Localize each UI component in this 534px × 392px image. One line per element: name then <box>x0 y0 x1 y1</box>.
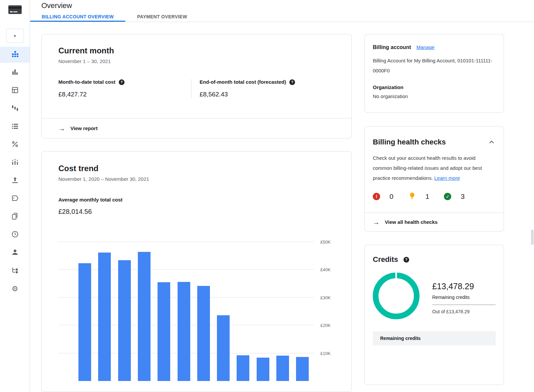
billing-account-name: Billing Account for My Billing Account, … <box>373 56 496 76</box>
sidebar-item-tags[interactable] <box>0 191 30 207</box>
suggestions-stat: 1 <box>408 192 430 201</box>
sidebar-item-history[interactable] <box>0 227 30 243</box>
health-checks-description: Check out your account health results to… <box>373 153 496 183</box>
billing-account-card: Billing account Manage Billing Account f… <box>364 34 504 113</box>
tag-icon <box>11 194 19 204</box>
error-count: 0 <box>389 192 393 201</box>
upload-icon <box>11 176 19 185</box>
eom-cost-label: End-of-month total cost (forecasted) <box>200 79 286 85</box>
sidebar-item-documents[interactable] <box>0 209 30 225</box>
sidebar-item-cost-breakdown[interactable] <box>0 101 30 117</box>
sidebar-item-hierarchy[interactable] <box>0 263 30 279</box>
help-icon[interactable]: ? <box>289 79 295 85</box>
tab-payment-overview[interactable]: PAYMENT OVERVIEW <box>125 11 199 22</box>
scrollbar-thumb[interactable] <box>531 230 534 245</box>
cost-bar[interactable] <box>78 263 91 381</box>
health-checks-stats: ! 0 1 ✓ 3 <box>373 192 496 201</box>
tree-icon <box>11 266 19 276</box>
cost-trend-chart: £10K£20K£30K£40K£50K <box>58 224 352 381</box>
chevron-up-icon[interactable] <box>488 138 496 146</box>
sidebar-item-commitments[interactable] <box>0 119 30 135</box>
organization-label: Organization <box>373 84 496 90</box>
passed-stat: ✓ 3 <box>444 192 465 201</box>
help-icon[interactable]: ? <box>404 257 409 263</box>
tab-billing-account-overview[interactable]: BILLING ACCOUNT OVERVIEW <box>30 11 125 22</box>
eom-cost-value: £8,562.43 <box>200 90 295 98</box>
gridline <box>58 269 314 270</box>
current-month-date-range: November 1 – 30, 2021 <box>58 58 335 64</box>
y-axis-tick-label: £50K <box>320 240 330 245</box>
error-icon: ! <box>373 193 380 200</box>
remaining-credits-label: Remaining credits <box>432 295 496 305</box>
arrow-forward-icon: → <box>373 219 379 226</box>
cost-bar[interactable] <box>197 286 210 381</box>
y-axis-tick-label: £20K <box>320 323 330 328</box>
view-all-health-checks-label: View all health checks <box>385 219 438 225</box>
cost-trend-title: Cost trend <box>58 163 351 173</box>
waterfall-chart-icon <box>11 104 19 113</box>
cost-bar[interactable] <box>178 282 190 381</box>
credit-card-icon <box>8 4 22 16</box>
cost-trend-card: Cost trend November 1, 2020 – November 3… <box>41 151 352 392</box>
organization-value: No organization <box>373 93 496 99</box>
view-report-button[interactable]: → View report <box>42 118 351 138</box>
cost-bar[interactable] <box>276 356 289 381</box>
right-column: Billing account Manage Billing Account f… <box>364 34 504 392</box>
sidebar-item-discounts[interactable] <box>0 137 30 153</box>
gridline <box>58 242 314 242</box>
billing-account-label: Billing account <box>373 44 411 50</box>
cost-bar[interactable] <box>257 358 269 381</box>
chart-with-dots-icon <box>11 158 19 167</box>
credits-amount: £13,478.29 <box>432 281 496 291</box>
cost-bar[interactable] <box>158 282 170 381</box>
cost-bar[interactable] <box>98 253 111 381</box>
sidebar-item-cost-table[interactable] <box>0 83 30 99</box>
cost-bar[interactable] <box>237 355 249 381</box>
person-icon <box>11 248 19 258</box>
sidebar-item-settings[interactable]: ⚙ <box>0 281 30 297</box>
overview-grid-icon <box>11 50 19 59</box>
billing-console: ▾ <box>0 0 534 392</box>
sidebar: ▾ <box>0 0 30 392</box>
header: Overview <box>30 0 534 11</box>
credits-title: Credits <box>373 255 398 264</box>
learn-more-link[interactable]: Learn more <box>434 175 460 181</box>
sidebar-item-overview[interactable] <box>0 47 30 63</box>
sidebar-item-budgets[interactable] <box>0 155 30 171</box>
mtd-cost-label: Month-to-date total cost <box>58 79 115 85</box>
errors-stat: ! 0 <box>373 192 393 201</box>
sidebar-item-reports[interactable] <box>0 65 30 81</box>
tab-label: BILLING ACCOUNT OVERVIEW <box>42 14 114 19</box>
y-axis-tick-label: £30K <box>320 295 330 300</box>
view-all-health-checks-button[interactable]: → View all health checks <box>365 213 504 231</box>
credits-donut-chart <box>373 273 420 319</box>
tab-label: PAYMENT OVERVIEW <box>137 14 187 19</box>
credits-card: Credits ? £13,478.29 Remaining credits O… <box>364 245 504 385</box>
cost-bar[interactable] <box>118 260 131 381</box>
mtd-cost-value: £8,427.72 <box>58 90 191 98</box>
clock-icon <box>11 230 19 240</box>
cost-bar[interactable] <box>296 357 309 381</box>
sidebar-item-export[interactable] <box>0 173 30 189</box>
billing-logo[interactable] <box>0 0 30 21</box>
account-selector-dropdown[interactable]: ▾ <box>6 29 24 43</box>
y-axis-tick-label: £40K <box>320 267 330 272</box>
avg-monthly-cost-value: £28,014.56 <box>58 208 351 216</box>
cost-trend-date-range: November 1, 2020 – November 30, 2021 <box>58 176 351 182</box>
documents-icon <box>11 212 19 222</box>
health-checks-card: Billing health checks Check out your acc… <box>364 126 504 232</box>
cost-trend-plot <box>58 224 314 381</box>
cost-bar[interactable] <box>138 252 151 381</box>
help-icon[interactable]: ? <box>119 79 124 85</box>
gear-icon: ⚙ <box>12 285 18 293</box>
main-area: Overview BILLING ACCOUNT OVERVIEW PAYMEN… <box>30 0 534 392</box>
check-circle-icon: ✓ <box>444 193 451 200</box>
credits-table-header: Remaining credits <box>373 331 496 345</box>
manage-link[interactable]: Manage <box>417 44 435 50</box>
page-title: Overview <box>41 1 72 10</box>
sidebar-nav: ⚙ <box>0 47 30 297</box>
sidebar-item-account-management[interactable] <box>0 245 30 261</box>
cost-bar[interactable] <box>217 315 230 381</box>
bar-chart-icon <box>11 68 19 77</box>
current-month-card: Current month November 1 – 30, 2021 Mont… <box>41 34 352 138</box>
